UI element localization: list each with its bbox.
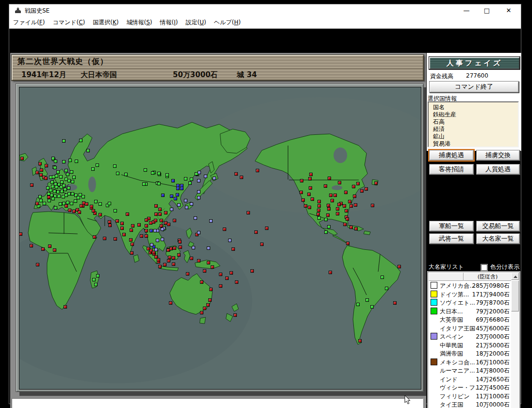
- castle-dot[interactable]: [208, 298, 212, 302]
- castle-dot[interactable]: [99, 202, 102, 206]
- castle-dot[interactable]: [370, 305, 374, 309]
- minimize-button[interactable]: —: [459, 4, 474, 16]
- castle-dot[interactable]: [124, 173, 128, 176]
- castle-dot[interactable]: [365, 187, 368, 191]
- castle-dot[interactable]: [53, 190, 56, 193]
- castle-dot[interactable]: [366, 298, 369, 302]
- castle-dot[interactable]: [149, 221, 152, 225]
- castle-dot[interactable]: [161, 228, 164, 231]
- castle-dot[interactable]: [260, 243, 264, 246]
- castle-dot[interactable]: [232, 247, 235, 251]
- castle-dot[interactable]: [67, 192, 71, 196]
- world-map[interactable]: [19, 87, 421, 390]
- castle-dot[interactable]: [96, 163, 99, 167]
- castle-dot[interactable]: [157, 258, 160, 261]
- castle-dot[interactable]: [35, 171, 39, 174]
- castle-dot[interactable]: [74, 199, 77, 203]
- castle-dot[interactable]: [67, 179, 71, 182]
- castle-dot[interactable]: [337, 203, 341, 206]
- castle-dot[interactable]: [43, 202, 46, 205]
- castle-dot[interactable]: [328, 177, 331, 180]
- prisoner-exchange-button[interactable]: 捕虜交換: [476, 150, 520, 161]
- castle-dot[interactable]: [113, 164, 116, 168]
- castle-dot[interactable]: [174, 197, 177, 200]
- castle-dot[interactable]: [167, 259, 170, 262]
- castle-dot[interactable]: [207, 246, 210, 250]
- castle-dot[interactable]: [184, 199, 187, 202]
- castle-dot[interactable]: [358, 339, 362, 343]
- castle-dot[interactable]: [161, 238, 164, 241]
- castle-dot[interactable]: [327, 204, 330, 207]
- castle-dot[interactable]: [77, 196, 80, 199]
- castle-dot[interactable]: [154, 212, 158, 216]
- castle-dot[interactable]: [91, 167, 95, 171]
- general-list-button[interactable]: 武将一覧: [429, 233, 474, 244]
- castle-dot[interactable]: [316, 212, 320, 216]
- castle-dot[interactable]: [72, 210, 76, 213]
- castle-dot[interactable]: [194, 216, 197, 220]
- daimyo-row[interactable]: イタリア王国45万6000石: [429, 324, 512, 332]
- castle-dot[interactable]: [56, 190, 60, 194]
- castle-dot[interactable]: [137, 223, 141, 227]
- castle-dot[interactable]: [64, 188, 67, 191]
- castle-dot[interactable]: [211, 265, 214, 269]
- daimyo-row[interactable]: ルーマニア...14万8000石: [429, 366, 512, 375]
- castle-dot[interactable]: [311, 197, 314, 201]
- castle-dot[interactable]: [349, 226, 353, 229]
- castle-dot[interactable]: [346, 217, 349, 221]
- castle-dot[interactable]: [336, 207, 339, 211]
- castle-dot[interactable]: [371, 204, 374, 207]
- castle-dot[interactable]: [85, 202, 88, 206]
- castle-dot[interactable]: [161, 194, 165, 197]
- castle-dot[interactable]: [51, 197, 55, 200]
- menu-item-F[interactable]: ファイル(F): [9, 16, 49, 27]
- castle-dot[interactable]: [144, 168, 147, 172]
- castle-dot[interactable]: [172, 262, 175, 266]
- castle-dot[interactable]: [92, 209, 95, 212]
- menu-item-I[interactable]: 情報(I): [156, 16, 182, 27]
- castle-dot[interactable]: [53, 166, 57, 169]
- castle-dot[interactable]: [197, 259, 200, 262]
- castle-dot[interactable]: [360, 189, 364, 193]
- daimyo-row[interactable]: タイ王国10万0000石: [429, 400, 512, 408]
- castle-dot[interactable]: [317, 204, 321, 208]
- castle-dot[interactable]: [71, 192, 74, 196]
- castle-dot[interactable]: [309, 173, 313, 176]
- castle-dot[interactable]: [234, 172, 238, 176]
- castle-dot[interactable]: [166, 248, 170, 252]
- castle-dot[interactable]: [86, 149, 90, 152]
- castle-dot[interactable]: [304, 204, 307, 208]
- castle-dot[interactable]: [154, 248, 158, 251]
- castle-dot[interactable]: [219, 273, 222, 276]
- daimyo-row[interactable]: フィリピン11万1000石: [429, 392, 512, 400]
- castle-dot[interactable]: [151, 171, 154, 175]
- castle-dot[interactable]: [60, 190, 64, 193]
- castle-dot[interactable]: [327, 225, 331, 228]
- castle-dot[interactable]: [82, 195, 85, 198]
- castle-dot[interactable]: [190, 178, 193, 181]
- castle-dot[interactable]: [71, 180, 74, 183]
- castle-dot[interactable]: [75, 160, 78, 163]
- castle-dot[interactable]: [186, 272, 189, 276]
- scrollbar-thumb[interactable]: [511, 280, 519, 311]
- castle-dot[interactable]: [223, 228, 226, 231]
- castle-dot[interactable]: [55, 185, 58, 189]
- title-bar[interactable]: 戦国史SE — □ ✕: [9, 4, 521, 16]
- castle-dot[interactable]: [66, 201, 69, 204]
- castle-dot[interactable]: [36, 263, 39, 266]
- castle-dot[interactable]: [59, 175, 63, 179]
- castle-dot[interactable]: [131, 224, 134, 228]
- castle-dot[interactable]: [59, 202, 62, 206]
- castle-dot[interactable]: [157, 172, 161, 175]
- castle-dot[interactable]: [169, 247, 173, 250]
- castle-dot[interactable]: [39, 199, 43, 202]
- castle-dot[interactable]: [50, 194, 53, 197]
- close-button[interactable]: ✕: [501, 4, 516, 16]
- castle-dot[interactable]: [68, 159, 72, 162]
- castle-dot[interactable]: [120, 222, 124, 225]
- castle-dot[interactable]: [145, 224, 148, 228]
- castle-dot[interactable]: [331, 199, 334, 202]
- castle-dot[interactable]: [308, 177, 312, 180]
- castle-dot[interactable]: [343, 223, 347, 226]
- castle-dot[interactable]: [90, 205, 93, 208]
